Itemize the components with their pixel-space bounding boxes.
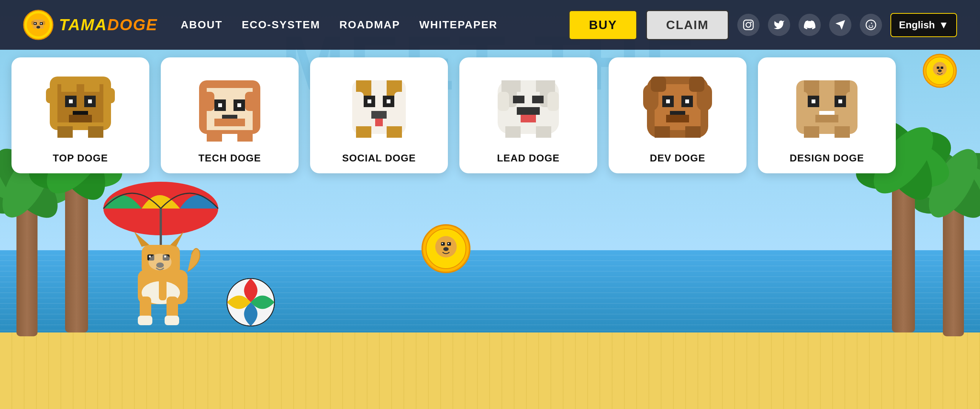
coin-svg (421, 224, 471, 274)
svg-rect-47 (352, 92, 364, 111)
svg-rect-39 (237, 103, 241, 107)
svg-rect-42 (207, 130, 222, 142)
svg-rect-114 (159, 270, 167, 300)
svg-rect-60 (498, 92, 509, 111)
svg-rect-69 (536, 80, 555, 92)
svg-rect-34 (199, 92, 214, 111)
svg-rect-55 (356, 126, 371, 138)
language-label: English (899, 19, 935, 31)
svg-rect-96 (835, 126, 850, 138)
logo-icon (23, 10, 54, 40)
top-doge-image (38, 69, 122, 145)
svg-rect-48 (394, 92, 406, 111)
svg-rect-139 (41, 23, 42, 24)
claim-button[interactable]: CLAIM (646, 10, 729, 40)
tree-trunk-right (943, 202, 964, 336)
discord-icon[interactable] (799, 14, 821, 36)
card-name-social-doge: SOCIAL DOGE (342, 152, 416, 164)
nav-links: ABOUT ECO-SYSTEM ROADMAP WHITEPAPER (181, 19, 498, 31)
svg-rect-94 (819, 111, 835, 115)
svg-rect-122 (442, 243, 443, 244)
svg-point-142 (746, 23, 751, 28)
tree-trunk-left (16, 202, 38, 336)
instagram-icon[interactable] (737, 14, 760, 36)
svg-rect-141 (744, 20, 753, 30)
card-tech-doge: TECH DOGE (161, 57, 299, 173)
language-selector[interactable]: English ▼ (890, 13, 957, 37)
palm-tree-left2 (50, 179, 103, 332)
card-name-dev-doge: DEV DOGE (650, 152, 705, 164)
svg-rect-28 (57, 126, 73, 138)
nav-right: BUY CLAIM (568, 10, 957, 40)
svg-point-113 (149, 254, 172, 270)
card-dev-doge: DEV DOGE (609, 57, 746, 173)
svg-rect-25 (73, 111, 88, 115)
svg-rect-93 (815, 115, 838, 122)
tech-doge-image (188, 69, 272, 145)
svg-rect-52 (387, 99, 390, 103)
svg-rect-65 (521, 115, 536, 122)
logo-text: TAMADOGE (59, 16, 158, 34)
nav-roadmap[interactable]: ROADMAP (340, 19, 400, 31)
svg-rect-76 (666, 99, 670, 103)
telegram-icon[interactable] (829, 14, 851, 36)
card-lead-doge: LEAD DOGE (459, 57, 597, 173)
svg-rect-19 (84, 80, 100, 92)
buy-button[interactable]: BUY (568, 10, 637, 40)
social-doge-image (337, 69, 421, 145)
card-name-top-doge: TOP DOGE (53, 152, 108, 164)
twitter-icon[interactable] (768, 14, 790, 36)
logo[interactable]: TAMADOGE (23, 10, 158, 40)
shiba-dog-svg (100, 170, 230, 331)
svg-rect-35 (245, 92, 260, 111)
card-design-doge: DESIGN DOGE (758, 57, 896, 173)
svg-rect-40 (214, 119, 245, 126)
svg-rect-54 (375, 119, 383, 126)
svg-rect-87 (796, 92, 808, 111)
svg-rect-68 (501, 80, 521, 92)
lead-doge-image (486, 69, 570, 145)
svg-point-140 (36, 26, 40, 29)
palm-tree-right2 (877, 179, 930, 332)
svg-rect-91 (812, 99, 815, 103)
svg-rect-88 (846, 92, 858, 111)
svg-rect-104 (165, 316, 179, 325)
svg-point-119 (435, 236, 457, 257)
palm-tree-right (926, 202, 980, 336)
svg-point-143 (750, 21, 752, 23)
sand (0, 332, 980, 409)
svg-rect-83 (689, 77, 704, 92)
card-top-doge: TOP DOGE (11, 57, 149, 173)
svg-rect-103 (138, 316, 152, 325)
svg-rect-138 (34, 23, 36, 24)
svg-rect-18 (61, 80, 77, 92)
cards-container: TOP DOGE TECH DOGE (0, 57, 980, 173)
svg-rect-41 (222, 115, 237, 119)
dev-doge-image (635, 69, 720, 145)
svg-rect-22 (69, 99, 73, 103)
svg-rect-77 (685, 99, 689, 103)
svg-rect-95 (804, 126, 819, 138)
card-name-tech-doge: TECH DOGE (198, 152, 261, 164)
svg-rect-53 (371, 111, 387, 119)
svg-rect-82 (651, 77, 666, 92)
tree-trunk-right2 (892, 179, 915, 332)
nav-about[interactable]: ABOUT (181, 19, 223, 31)
svg-rect-43 (237, 130, 253, 142)
design-doge-image (785, 69, 869, 145)
palm-tree-left (0, 202, 54, 336)
nav-whitepaper[interactable]: WHITEPAPER (419, 19, 498, 31)
navbar: TAMADOGE ABOUT ECO-SYSTEM ROADMAP WHITEP… (0, 0, 980, 50)
svg-rect-78 (666, 115, 689, 122)
svg-rect-92 (838, 99, 842, 103)
svg-rect-29 (88, 126, 103, 138)
nav-ecosystem[interactable]: ECO-SYSTEM (242, 19, 320, 31)
svg-rect-66 (505, 126, 521, 138)
reddit-icon[interactable] (860, 14, 882, 36)
svg-rect-26 (46, 88, 57, 103)
svg-rect-27 (103, 88, 115, 103)
svg-rect-123 (448, 243, 449, 244)
beach-ball (226, 277, 276, 329)
svg-rect-56 (387, 126, 402, 138)
svg-rect-64 (517, 107, 540, 115)
